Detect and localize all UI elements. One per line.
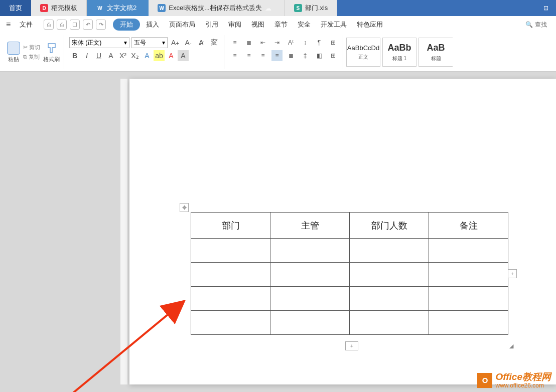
- table-cell[interactable]: [350, 239, 429, 263]
- menu-section[interactable]: 章节: [270, 18, 292, 31]
- line-spacing2-button[interactable]: ‡: [300, 50, 311, 61]
- style-name: 标题 1: [392, 55, 406, 62]
- document-table[interactable]: 部门 主管 部门人数 备注: [191, 212, 508, 335]
- style-normal[interactable]: AaBbCcDd 正文: [346, 38, 380, 67]
- undo-icon[interactable]: ↶: [83, 20, 93, 30]
- table-row[interactable]: [191, 311, 508, 335]
- copy-button[interactable]: ⧉复制: [23, 53, 40, 61]
- redo-icon[interactable]: ↷: [96, 20, 106, 30]
- search-button[interactable]: 🔍 查找: [519, 21, 553, 29]
- bold-button[interactable]: B: [69, 50, 80, 61]
- table-cell[interactable]: [350, 287, 429, 311]
- table-border-button[interactable]: ⊞: [328, 50, 339, 61]
- distribute-button[interactable]: ≣: [286, 50, 297, 61]
- preview-icon[interactable]: ☐: [70, 20, 80, 30]
- para-mark-button[interactable]: ¶: [314, 37, 325, 48]
- tab-current-doc[interactable]: W 文字文稿2: [87, 0, 149, 16]
- numbering-button[interactable]: ≣: [243, 37, 254, 48]
- menu-developer[interactable]: 开发工具: [317, 18, 351, 31]
- table-cell[interactable]: [191, 287, 270, 311]
- print-icon[interactable]: ⎙: [57, 20, 67, 30]
- superscript-button[interactable]: X²: [117, 50, 128, 61]
- table-cell[interactable]: [429, 263, 508, 287]
- table-row[interactable]: [191, 263, 508, 287]
- vertical-ruler[interactable]: [120, 79, 127, 384]
- table-row[interactable]: [191, 287, 508, 311]
- menu-start[interactable]: 开始: [113, 19, 140, 31]
- text-effect-button[interactable]: A: [142, 50, 153, 61]
- hamburger-icon[interactable]: ≡: [3, 20, 14, 29]
- table-cell[interactable]: [429, 311, 508, 335]
- tab-template[interactable]: D 稻壳模板: [31, 0, 87, 16]
- outdent-button[interactable]: ⇤: [257, 37, 268, 48]
- style-heading1[interactable]: AaBb 标题 1: [382, 38, 416, 67]
- shrink-font-button[interactable]: A-: [183, 37, 194, 48]
- subscript-button[interactable]: X₂: [129, 50, 141, 61]
- table-header-row[interactable]: 部门 主管 部门人数 备注: [191, 213, 508, 239]
- bullets-button[interactable]: ≡: [229, 37, 240, 48]
- tab-excel-doc[interactable]: W Excel表格技...档保存后格式丢失 ☁: [149, 0, 285, 16]
- paste-button[interactable]: 粘贴: [7, 42, 20, 63]
- table-cell[interactable]: [191, 239, 270, 263]
- strikethrough-button[interactable]: A: [105, 50, 116, 61]
- menu-row: ≡ 文件 ⎙ ⎙ ☐ ↶ ↷ 开始 插入 页面布局 引用 审阅 视图 章节 安全…: [0, 16, 556, 33]
- menu-review[interactable]: 审阅: [224, 18, 245, 31]
- align-left-button[interactable]: ≡: [229, 50, 240, 61]
- underline-button[interactable]: U: [93, 50, 104, 61]
- line-spacing-button[interactable]: ↕: [300, 37, 311, 48]
- clear-format-button[interactable]: A̷: [196, 37, 207, 48]
- tab-home[interactable]: 首页: [0, 0, 31, 16]
- menu-view[interactable]: 视图: [247, 18, 268, 31]
- char-shading-button[interactable]: A: [178, 50, 189, 61]
- docer-icon: D: [40, 4, 48, 12]
- indent-button[interactable]: ⇥: [271, 37, 283, 48]
- table-cell[interactable]: [270, 239, 350, 263]
- menu-special[interactable]: 特色应用: [353, 18, 387, 31]
- save-icon[interactable]: ⎙: [44, 20, 54, 30]
- font-group: 宋体 (正文)▾ 五号▾ A+ A- A̷ 変 B I U A X² X₂ A …: [65, 35, 224, 69]
- table-header-cell[interactable]: 部门人数: [350, 213, 429, 239]
- menu-page-layout[interactable]: 页面布局: [165, 18, 199, 31]
- table-move-handle[interactable]: ✥: [180, 203, 189, 212]
- table-cell[interactable]: [350, 263, 429, 287]
- table-header-cell[interactable]: 备注: [429, 213, 508, 239]
- highlight-button[interactable]: ab: [154, 50, 165, 61]
- table-header-cell[interactable]: 部门: [191, 213, 270, 239]
- table-cell[interactable]: [270, 263, 350, 287]
- table-resize-handle[interactable]: ◢: [507, 341, 516, 350]
- table-cell[interactable]: [350, 311, 429, 335]
- table-cell[interactable]: [191, 263, 270, 287]
- table-cell[interactable]: [191, 311, 270, 335]
- cut-button[interactable]: ✂剪切: [23, 44, 40, 51]
- font-color-button[interactable]: A: [166, 50, 177, 61]
- style-preview: AaBbCcDd: [347, 44, 379, 52]
- change-case-button[interactable]: 変: [209, 37, 220, 48]
- table-row[interactable]: [191, 239, 508, 263]
- borders-button[interactable]: ⊞: [328, 37, 339, 48]
- sort-button[interactable]: Aᵗ: [286, 37, 297, 48]
- add-column-handle[interactable]: +: [508, 269, 517, 278]
- tab-dept-xls[interactable]: S 部门.xls: [285, 0, 338, 16]
- menu-references[interactable]: 引用: [201, 18, 222, 31]
- table-cell[interactable]: [270, 287, 350, 311]
- shading-button[interactable]: ◧: [314, 50, 325, 61]
- table-header-cell[interactable]: 主管: [270, 213, 350, 239]
- table-cell[interactable]: [429, 287, 508, 311]
- menu-insert[interactable]: 插入: [142, 18, 163, 31]
- align-justify-button[interactable]: ≡: [271, 50, 283, 61]
- add-row-handle[interactable]: +: [345, 341, 358, 350]
- font-size-select[interactable]: 五号▾: [131, 37, 168, 48]
- window-more-icon[interactable]: ⊡: [536, 0, 556, 16]
- format-painter-button[interactable]: 格式刷: [43, 42, 60, 63]
- grow-font-button[interactable]: A+: [170, 37, 181, 48]
- menu-file[interactable]: 文件: [16, 18, 37, 31]
- align-center-button[interactable]: ≡: [243, 50, 254, 61]
- style-title[interactable]: AaB 标题: [419, 38, 453, 67]
- italic-button[interactable]: I: [81, 50, 92, 61]
- table-cell[interactable]: [429, 239, 508, 263]
- menu-security[interactable]: 安全: [294, 18, 315, 31]
- align-right-button[interactable]: ≡: [257, 50, 268, 61]
- table-cell[interactable]: [270, 311, 350, 335]
- font-name-select[interactable]: 宋体 (正文)▾: [69, 37, 129, 48]
- search-label: 查找: [535, 21, 547, 29]
